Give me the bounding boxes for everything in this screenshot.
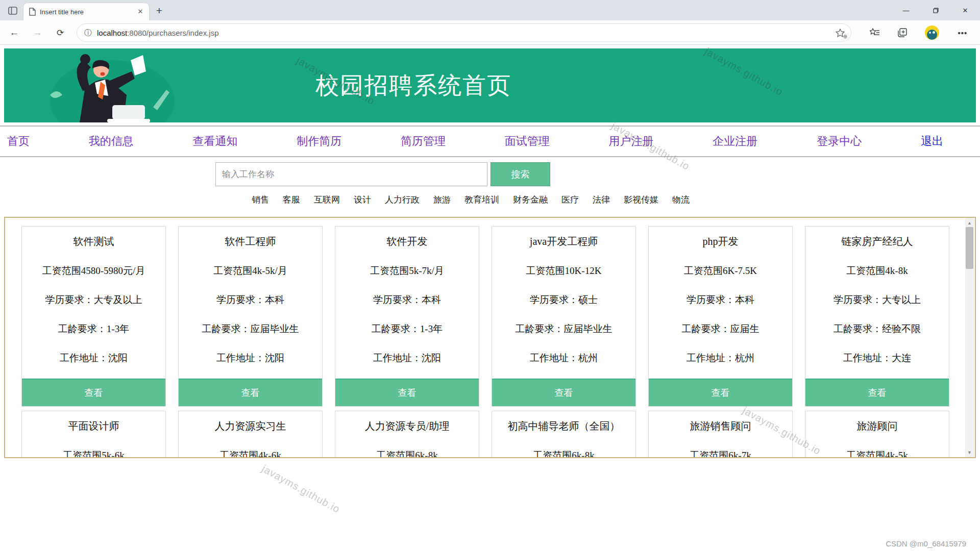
job-card: 软件测试 工资范围4580-5980元/月 学历要求：大专及以上 工龄要求：1-… [21,226,166,407]
nav-notifications[interactable]: 查看通知 [193,134,238,149]
profile-avatar[interactable] [925,26,939,40]
job-title: 软件测试 [22,235,165,248]
add-favorite-button[interactable]: ⊕ [836,29,845,37]
job-salary: 工资范围6k-8k [335,449,479,458]
category-education[interactable]: 教育培训 [464,194,499,206]
nav-user-register[interactable]: 用户注册 [609,134,654,149]
nav-company-register[interactable]: 企业注册 [713,134,757,149]
collections-button[interactable] [895,26,910,40]
job-view-button[interactable]: 查看 [335,379,479,406]
page-title: 校园招聘系统首页 [4,48,976,122]
forward-button[interactable]: → [30,26,44,40]
url-text: localhost:8080/purchasers/index.jsp [97,29,218,37]
job-experience: 工龄要求：经验不限 [805,322,949,336]
new-tab-button[interactable]: + [152,4,166,18]
scrollbar-thumb[interactable] [966,227,973,269]
tab-actions-icon [8,7,17,15]
back-button[interactable]: ← [7,26,21,40]
category-logistics[interactable]: 物流 [672,194,690,206]
address-bar[interactable]: ⓘ localhost:8080/purchasers/index.jsp ⊕ [77,23,851,42]
refresh-button[interactable]: ⟳ [53,26,67,40]
job-view-button[interactable]: 查看 [179,379,322,406]
browser-window: Insert title here ✕ + — ✕ ← → ⟳ ⓘ localh… [0,0,980,551]
job-card: 初高中辅导老师（全国） 工资范围6k-8k [492,411,636,458]
job-location: 工作地址：大连 [805,352,949,365]
job-experience: 工龄要求：1-3年 [335,322,479,336]
nav-interview-manage[interactable]: 面试管理 [505,134,550,149]
window-caption-buttons: — ✕ [891,0,980,20]
category-medical[interactable]: 医疗 [561,194,579,206]
browser-tab[interactable]: Insert title here ✕ [23,3,149,20]
job-card: 人力资源专员/助理 工资范围6k-8k [335,411,479,458]
nav-logout[interactable]: 退出 [921,134,943,149]
favorites-button[interactable] [868,26,882,40]
restore-icon [933,8,939,13]
scroll-down-button[interactable]: ▼ [965,447,974,457]
job-experience: 工龄要求：应届毕业生 [179,322,322,336]
nav-resume-manage[interactable]: 简历管理 [401,134,446,149]
job-view-button[interactable]: 查看 [649,379,792,406]
job-title: 平面设计师 [22,419,165,433]
job-list-panel: 软件测试 工资范围4580-5980元/月 学历要求：大专及以上 工龄要求：1-… [4,217,976,458]
browser-menu-button[interactable]: ••• [955,26,970,40]
window-close-button[interactable]: ✕ [950,0,980,20]
browser-toolbar: ← → ⟳ ⓘ localhost:8080/purchasers/index.… [0,20,980,45]
page-content: 校园招聘系统首页 首页 我的信息 查看通知 制作简历 简历管理 面试管理 用户注… [0,48,980,551]
job-education: 学历要求：大专及以上 [22,293,165,307]
job-experience: 工龄要求：应届毕业生 [492,322,635,336]
job-education: 学历要求：大专以上 [805,293,949,307]
job-card: 旅游顾问 工资范围4k-5k [805,411,949,458]
job-salary: 工资范围10K-12K [492,264,635,278]
scroll-up-button[interactable]: ▲ [965,218,974,228]
collections-icon [898,28,907,37]
job-salary: 工资范围6K-7.5K [649,264,792,278]
job-view-button[interactable]: 查看 [492,379,635,406]
job-location: 工作地址：沈阳 [179,352,322,365]
category-service[interactable]: 客服 [283,194,300,206]
job-title: java开发工程师 [492,235,635,248]
nav-make-resume[interactable]: 制作简历 [297,134,341,149]
job-salary: 工资范围6k-7k [649,449,792,458]
category-internet[interactable]: 互联网 [314,194,340,206]
page-favicon-icon [29,8,36,16]
header-banner: 校园招聘系统首页 [4,48,976,122]
category-hr[interactable]: 人力行政 [385,194,420,206]
search-input[interactable] [215,162,487,186]
job-title: 软件开发 [335,235,479,248]
category-finance[interactable]: 财务金融 [513,194,548,206]
job-card: 人力资源实习生 工资范围4k-6k [178,411,323,458]
avatar-face-icon [927,30,937,40]
job-location: 工作地址：沈阳 [335,352,479,365]
category-travel[interactable]: 旅游 [433,194,451,206]
site-info-icon[interactable]: ⓘ [84,28,92,38]
job-view-button[interactable]: 查看 [805,379,949,406]
favorites-icon [870,28,880,37]
job-education: 学历要求：本科 [335,293,479,307]
window-minimize-button[interactable]: — [891,0,921,20]
cards-scrollbar[interactable]: ▲ ▼ [965,218,974,457]
job-card: java开发工程师 工资范围10K-12K 学历要求：硕士 工龄要求：应届毕业生… [492,226,636,407]
category-law[interactable]: 法律 [593,194,610,206]
job-location: 工作地址：杭州 [649,352,792,365]
job-card: 平面设计师 工资范围5k-6k [21,411,166,458]
job-title: 旅游顾问 [805,419,949,433]
tab-close-icon[interactable]: ✕ [136,7,145,16]
job-salary: 工资范围4k-6k [179,449,322,458]
category-design[interactable]: 设计 [354,194,371,206]
nav-my-info[interactable]: 我的信息 [89,134,134,149]
category-sales[interactable]: 销售 [252,194,269,206]
csdn-credit: CSDN @m0_68415979 [886,539,966,548]
category-bar: 销售 客服 互联网 设计 人力行政 旅游 教育培训 财务金融 医疗 法律 影视传… [0,194,980,206]
tab-actions-button[interactable] [5,4,20,17]
window-restore-button[interactable] [921,0,950,20]
job-education: 学历要求：硕士 [492,293,635,307]
nav-login-center[interactable]: 登录中心 [817,134,862,149]
nav-home[interactable]: 首页 [7,134,30,149]
category-media[interactable]: 影视传媒 [624,194,658,206]
job-title: 初高中辅导老师（全国） [492,419,635,433]
job-location: 工作地址：沈阳 [22,352,165,365]
search-button[interactable]: 搜索 [491,162,550,186]
job-salary: 工资范围4580-5980元/月 [22,264,165,278]
job-view-button[interactable]: 查看 [22,379,165,406]
job-card: 旅游销售顾问 工资范围6k-7k [648,411,793,458]
